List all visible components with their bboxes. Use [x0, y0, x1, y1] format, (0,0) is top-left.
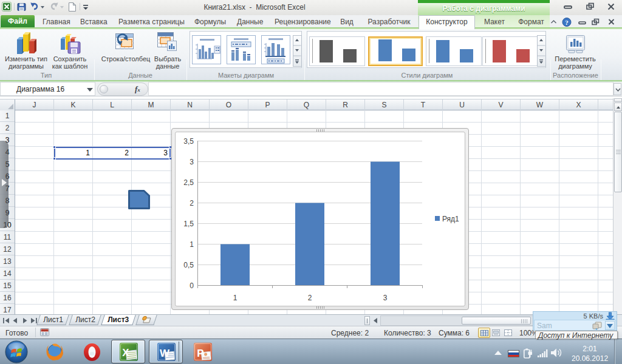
svg-text:?: ?	[565, 19, 569, 26]
svg-text:1: 1	[233, 294, 238, 302]
svg-text:3: 3	[383, 294, 388, 302]
svg-text:W: W	[160, 348, 170, 359]
svg-text:1: 1	[190, 240, 194, 249]
svg-text:2,5: 2,5	[183, 178, 194, 187]
svg-text:3: 3	[190, 158, 194, 166]
svg-text:1,5: 1,5	[183, 220, 194, 228]
svg-text:0: 0	[190, 281, 194, 290]
svg-text:Ряд1: Ряд1	[442, 215, 459, 223]
svg-text:P: P	[197, 348, 203, 359]
svg-text:3,5: 3,5	[183, 137, 194, 146]
svg-text:X: X	[122, 347, 129, 359]
svg-text:2: 2	[190, 199, 194, 207]
svg-text:2: 2	[308, 294, 312, 302]
svg-text:0,5: 0,5	[183, 261, 194, 269]
